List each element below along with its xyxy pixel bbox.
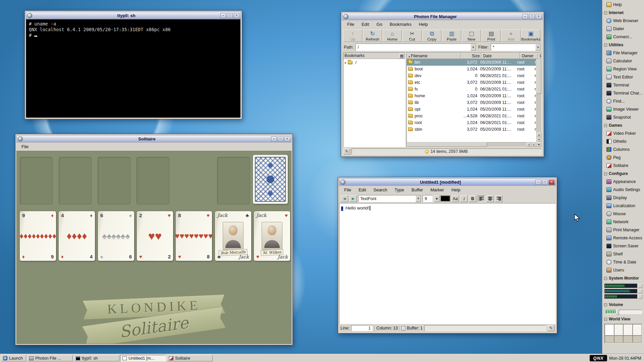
- minimize-button[interactable]: –: [220, 13, 226, 18]
- shelf-item[interactable]: Dialer: [603, 25, 644, 33]
- shelf-item[interactable]: Terminal Char...: [603, 89, 644, 97]
- align-right-button[interactable]: [495, 195, 502, 202]
- case-button[interactable]: Aa: [451, 195, 459, 202]
- shelf-item[interactable]: Othello: [603, 137, 644, 145]
- shelf-item[interactable]: Help: [603, 1, 644, 9]
- shelf-item[interactable]: Region View: [603, 65, 644, 73]
- size-spinner-icon[interactable]: ◆: [434, 195, 439, 202]
- column-header[interactable]: Filename: [407, 53, 461, 59]
- align-center-button[interactable]: [486, 195, 494, 202]
- file-row[interactable]: root 1,024 06/28/2021 01:... root root: [407, 119, 536, 126]
- workspace-cell[interactable]: [614, 336, 624, 343]
- volume-widget[interactable]: [603, 309, 644, 315]
- shelf-section-header[interactable]: Configure: [603, 170, 644, 178]
- toolbar-button[interactable]: ↻ Refresh: [363, 29, 382, 42]
- workspace-cell[interactable]: [614, 324, 624, 336]
- shelf-item[interactable]: Print Manager: [603, 226, 644, 234]
- align-left-button[interactable]: [478, 195, 485, 202]
- collapse-icon[interactable]: [604, 303, 607, 306]
- menu-item[interactable]: Bookmarks: [386, 21, 415, 28]
- close-button[interactable]: ×: [284, 136, 290, 141]
- maximize-button[interactable]: □: [227, 13, 233, 18]
- monitor-button[interactable]: [638, 295, 642, 299]
- close-button[interactable]: ×: [234, 13, 239, 18]
- shelf-item[interactable]: Peg: [603, 154, 644, 162]
- font-select[interactable]: TextFont ▼: [358, 195, 421, 202]
- menu-item[interactable]: File: [343, 21, 358, 28]
- file-manager-titlebar[interactable]: Photon File Manager – □ ×: [342, 13, 543, 20]
- back-icon[interactable]: ◄: [341, 195, 348, 202]
- workspace-cell[interactable]: [623, 336, 633, 343]
- menu-item[interactable]: Marker: [427, 186, 447, 193]
- menu-item[interactable]: Edit: [358, 21, 373, 28]
- editor-text-area[interactable]: Hello world!: [339, 203, 556, 324]
- column-header[interactable]: Date: [481, 53, 520, 59]
- terminal-titlebar[interactable]: ttyp0: sh – □ ×: [26, 12, 241, 19]
- workspace-cell[interactable]: [623, 324, 633, 336]
- foundation-slot[interactable]: [20, 157, 53, 204]
- playing-card[interactable]: Jack ♥ ♥ Jack ♥ M. Wilkes: [254, 211, 290, 261]
- shelf-item[interactable]: Connect...: [603, 33, 644, 41]
- path-input[interactable]: / ▼: [356, 44, 476, 51]
- shelf-item[interactable]: Audio Settings: [603, 186, 644, 194]
- toolbar-button[interactable]: ▣ Bookmarks: [521, 29, 540, 42]
- shelf-section-header[interactable]: Internet: [603, 9, 644, 17]
- monitor-button[interactable]: [638, 284, 642, 288]
- file-row[interactable]: home 1,024 05/20/2009 11:... root root: [407, 93, 536, 99]
- terminal-output[interactable]: # uname -aQNX localhost 6.4.1 2009/05/20…: [26, 19, 241, 118]
- playing-card[interactable]: 8 ♥ ♥ 8 ♥♥♥♥♥♥♥♥ ♥: [175, 211, 212, 261]
- maximize-button[interactable]: □: [542, 180, 548, 185]
- foundation-slot[interactable]: [59, 157, 92, 204]
- italic-button[interactable]: i: [460, 195, 468, 202]
- forward-icon[interactable]: ►: [350, 195, 357, 202]
- shelf-item[interactable]: Terminal: [603, 81, 644, 89]
- vertical-scrollbar[interactable]: ▲ ▼: [536, 59, 541, 142]
- world-view-widget[interactable]: [604, 324, 642, 343]
- shelf-item[interactable]: Users: [603, 266, 644, 274]
- chevron-down-icon[interactable]: ▼: [535, 44, 541, 51]
- shelf-item[interactable]: Network: [603, 218, 644, 226]
- scrollbar-corner[interactable]: ◆: [536, 142, 541, 147]
- shelf-item[interactable]: Image Viewer: [603, 105, 644, 113]
- minimize-button[interactable]: –: [522, 14, 528, 19]
- scroll-up-icon[interactable]: ▲: [537, 132, 541, 137]
- taskbar-task-button[interactable]: Solitaire: [167, 355, 213, 361]
- shelf-section-header[interactable]: Utilities: [603, 41, 644, 49]
- playing-card[interactable]: 2 ♥ ♥ 2 ♥♥ ♥: [137, 211, 173, 261]
- scroll-left-icon[interactable]: ◂: [526, 142, 531, 147]
- toolbar-button[interactable]: ▤ Print: [482, 29, 501, 42]
- toolbar-button[interactable]: ↑ Up: [343, 29, 362, 42]
- window-menu-icon[interactable]: [343, 14, 348, 19]
- collapse-icon[interactable]: [604, 44, 607, 47]
- file-row[interactable]: boot 1,024 05/20/2009 11:... root root: [407, 66, 536, 72]
- collapse-icon[interactable]: [604, 172, 607, 175]
- maximize-button[interactable]: □: [278, 136, 283, 141]
- workspace-cell[interactable]: [605, 336, 614, 343]
- taskbar-task-button[interactable]: Untitled1 [m...: [120, 355, 166, 361]
- scrollbar-thumb[interactable]: [537, 59, 541, 94]
- shelf-item[interactable]: Web Browser: [603, 17, 644, 25]
- chevron-down-icon[interactable]: ▼: [471, 44, 476, 51]
- shelf-item[interactable]: Shelf: [603, 250, 644, 258]
- file-row[interactable]: bin 3,072 05/20/2009 11:... root root: [407, 59, 536, 66]
- menu-item[interactable]: Edit: [355, 186, 370, 193]
- menu-item[interactable]: Help: [415, 21, 432, 28]
- shelf-item[interactable]: Time & Date: [603, 258, 644, 266]
- chevron-down-icon[interactable]: ▼: [416, 195, 421, 202]
- playing-card[interactable]: 4 ♦ ♦ 4 ♦♦♦♦ ♦: [58, 211, 95, 261]
- tree-expand-icon[interactable]: ▸: [345, 61, 346, 64]
- toolbar-button[interactable]: + Add: [501, 29, 521, 42]
- note-icon[interactable]: ✎: [343, 148, 350, 155]
- scroll-right-icon[interactable]: ▸: [531, 142, 536, 147]
- file-row[interactable]: dev 0 06/28/2021 01:... root root: [407, 72, 536, 79]
- menu-item[interactable]: Type: [391, 186, 408, 193]
- window-menu-icon[interactable]: [340, 180, 345, 185]
- minimize-button[interactable]: –: [271, 136, 277, 141]
- menu-item[interactable]: File: [18, 143, 32, 150]
- toolbar-button[interactable]: ✂ Cut: [402, 29, 422, 42]
- pencil-icon[interactable]: ✎: [548, 325, 554, 331]
- column-header[interactable]: Group: [538, 53, 541, 59]
- collapse-icon[interactable]: [604, 318, 607, 321]
- workspace-cell[interactable]: [633, 336, 642, 343]
- file-row[interactable]: opt 1,024 05/20/2009 11:... root root: [407, 106, 536, 113]
